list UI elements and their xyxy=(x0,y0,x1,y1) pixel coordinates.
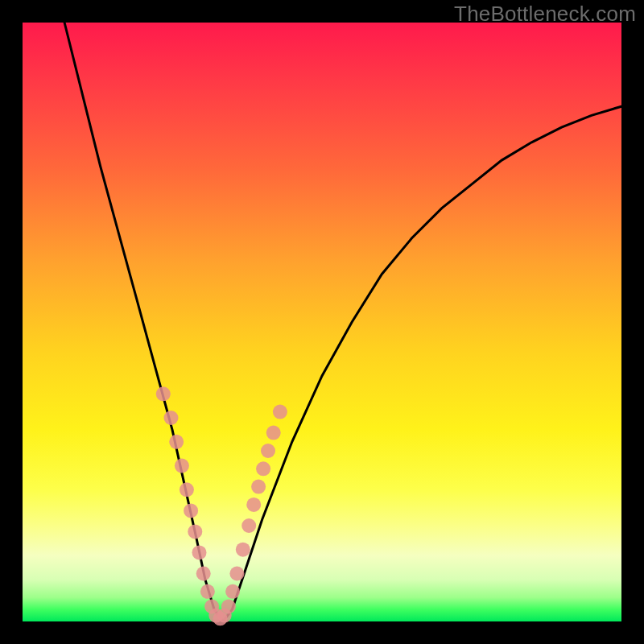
data-dot xyxy=(180,482,194,497)
watermark-text: TheBottleneck.com xyxy=(454,2,636,27)
data-dot xyxy=(266,426,281,440)
data-dot xyxy=(225,584,240,599)
data-dot xyxy=(273,405,287,419)
data-dot xyxy=(251,480,266,494)
data-dot xyxy=(261,444,275,458)
data-dot xyxy=(188,524,202,539)
curve-svg xyxy=(23,23,621,621)
data-dot xyxy=(246,497,261,512)
data-dot xyxy=(169,435,184,449)
plot-area xyxy=(23,23,621,621)
data-dot xyxy=(184,503,198,518)
data-dot xyxy=(229,567,244,581)
data-dot xyxy=(236,543,250,557)
data-dot xyxy=(242,518,256,533)
data-dot xyxy=(256,461,270,476)
data-dot xyxy=(164,411,179,425)
data-dot xyxy=(221,599,236,613)
data-dot xyxy=(156,386,171,401)
curve-path xyxy=(64,23,621,621)
data-dot xyxy=(175,459,189,473)
data-dot xyxy=(200,584,215,599)
data-dot xyxy=(192,545,207,559)
chart-frame: TheBottleneck.com xyxy=(0,0,644,644)
data-dot xyxy=(196,567,211,581)
